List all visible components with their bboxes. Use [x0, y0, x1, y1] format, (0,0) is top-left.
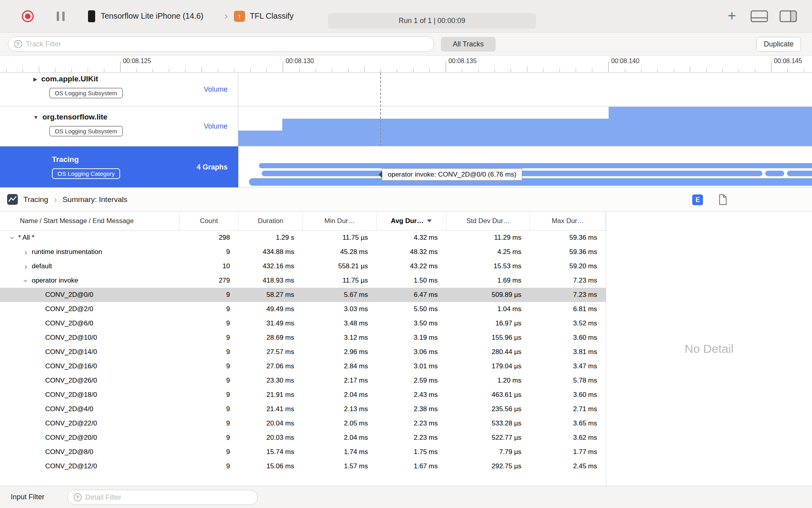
- table-row[interactable]: › operator invoke 279 418.93 ms 11.75 µs…: [0, 273, 606, 288]
- row-name: runtime instrumentation: [32, 248, 102, 256]
- table-row[interactable]: CONV_2D@8/0 9 15.74 ms 1.74 ms 1.75 ms 7…: [0, 445, 606, 459]
- all-tracks-button[interactable]: All Tracks: [441, 37, 496, 52]
- cell-avg-duration: 1.67 ms: [377, 459, 446, 473]
- table-row[interactable]: CONV_2D@16/0 9 27.06 ms 2.84 ms 3.01 ms …: [0, 359, 606, 373]
- breadcrumb-instrument[interactable]: Tracing: [23, 195, 48, 204]
- interval-bar: [787, 171, 812, 176]
- disclosure-chevron-icon[interactable]: ›: [21, 262, 31, 271]
- ruler-label: 00:08.145: [774, 58, 802, 65]
- table-row[interactable]: › default 10 432.16 ms 558.21 µs 43.22 m…: [0, 259, 606, 273]
- ruler-tick: [543, 69, 544, 72]
- table-row[interactable]: › * All * 298 1.29 s 11.75 µs 4.32 ms 11…: [0, 231, 606, 245]
- ruler-tick: [511, 69, 511, 72]
- ruler-tick: [625, 69, 625, 72]
- disclosure-chevron-icon[interactable]: ›: [21, 275, 31, 286]
- column-header-duration[interactable]: Duration: [239, 212, 303, 230]
- cell-avg-duration: 3.50 ms: [377, 316, 446, 331]
- track-header-tracing[interactable]: Tracing OS Logging Category 4 Graphs: [0, 146, 238, 187]
- cell-count: 9: [180, 373, 239, 388]
- table-row[interactable]: CONV_2D@14/0 9 27.57 ms 2.96 ms 3.06 ms …: [0, 345, 606, 359]
- track-row-uikit: ▶ com.apple.UIKit OS Logging Subsystem V…: [0, 73, 812, 106]
- table-row[interactable]: CONV_2D@18/0 9 21.91 ms 2.04 ms 2.43 ms …: [0, 388, 606, 402]
- disclosure-chevron-icon[interactable]: ›: [8, 233, 17, 243]
- cell-count: 298: [180, 231, 239, 245]
- ruler-tick: [316, 69, 316, 72]
- table-row[interactable]: CONV_2D@0/0 9 58.27 ms 5.67 ms 6.47 ms 5…: [0, 288, 606, 302]
- cell-avg-duration: 2.23 ms: [377, 431, 446, 445]
- playhead-line[interactable]: [380, 73, 381, 146]
- column-header-stddev[interactable]: Std Dev Dur…: [446, 212, 530, 230]
- column-header-max[interactable]: Max Dur…: [530, 212, 606, 230]
- ruler-tick: [397, 69, 397, 72]
- ruler-tick: [250, 69, 251, 72]
- detail-filter-input[interactable]: [85, 493, 252, 502]
- input-filter-button[interactable]: Input Filter: [11, 493, 44, 501]
- ruler-tick: [153, 69, 153, 72]
- filter-icon: [73, 493, 82, 502]
- disclosure-chevron-icon[interactable]: ›: [21, 248, 31, 257]
- cell-max-duration: 59.20 ms: [530, 259, 606, 273]
- row-name: CONV_2D@0/0: [45, 291, 93, 299]
- cell-min-duration: 2.84 ms: [303, 359, 377, 373]
- intervals-table-header: Name / Start Message / End Message Count…: [0, 212, 606, 231]
- target-app-icon: ↑: [234, 11, 245, 22]
- column-header-min[interactable]: Min Dur…: [303, 212, 377, 230]
- timeline-ruler[interactable]: 00:08.12500:08.13000:08.13500:08.14000:0…: [0, 56, 812, 73]
- extended-detail-button[interactable]: E: [692, 194, 703, 205]
- ruler-tick: [332, 69, 332, 72]
- column-header-avg[interactable]: Avg Dur…: [377, 212, 446, 230]
- disclosure-triangle-icon[interactable]: ▶: [33, 76, 37, 82]
- track-graph-tensorflow[interactable]: [238, 106, 812, 146]
- duplicate-button[interactable]: Duplicate: [756, 37, 801, 52]
- table-row[interactable]: CONV_2D@6/0 9 31.49 ms 3.48 ms 3.50 ms 1…: [0, 316, 606, 331]
- target-app-selector[interactable]: TFL Classify: [250, 12, 293, 21]
- cell-duration: 21.41 ms: [239, 402, 303, 416]
- cell-min-duration: 11.75 µs: [303, 273, 377, 288]
- toggle-right-pane-button[interactable]: [779, 10, 797, 24]
- track-graph-tracing[interactable]: operator invoke: CONV_2D@0/0 (6.76 ms): [238, 146, 812, 187]
- cell-count: 10: [180, 259, 239, 273]
- detail-breadcrumb-bar: Tracing › Summary: Intervals E: [0, 188, 812, 212]
- instruments-window: Tensorflow Lite iPhone (14.6) › ↑ TFL Cl…: [0, 0, 812, 508]
- table-row[interactable]: CONV_2D@22/0 9 20.04 ms 2.05 ms 2.23 ms …: [0, 416, 606, 431]
- pause-button[interactable]: [57, 12, 65, 21]
- ruler-tick: [592, 69, 592, 72]
- document-icon[interactable]: [718, 194, 727, 207]
- row-name: operator invoke: [32, 277, 78, 285]
- disclosure-triangle-icon[interactable]: ▼: [33, 114, 38, 120]
- table-row[interactable]: CONV_2D@4/0 9 21.41 ms 2.13 ms 2.38 ms 2…: [0, 402, 606, 416]
- intervals-table-body: › * All * 298 1.29 s 11.75 µs 4.32 ms 11…: [0, 231, 606, 486]
- table-row[interactable]: CONV_2D@12/0 9 15.06 ms 1.57 ms 1.67 ms …: [0, 459, 606, 473]
- cell-min-duration: 3.12 ms: [303, 331, 377, 345]
- cell-duration: 20.03 ms: [239, 431, 303, 445]
- table-row[interactable]: CONV_2D@2/0 9 49.49 ms 3.03 ms 5.50 ms 1…: [0, 302, 606, 316]
- cell-min-duration: 11.75 µs: [303, 231, 377, 245]
- breadcrumb-page[interactable]: Summary: Intervals: [63, 195, 128, 204]
- track-filter-field[interactable]: [8, 37, 434, 52]
- cell-max-duration: 59.36 ms: [530, 245, 606, 259]
- track-filter-input[interactable]: [26, 40, 428, 48]
- cell-min-duration: 5.67 ms: [303, 288, 377, 302]
- table-row[interactable]: CONV_2D@20/0 9 20.03 ms 2.04 ms 2.23 ms …: [0, 431, 606, 445]
- interval-bar: [259, 163, 812, 168]
- track-header-uikit[interactable]: ▶ com.apple.UIKit OS Logging Subsystem V…: [0, 73, 238, 106]
- record-button[interactable]: [22, 10, 34, 22]
- toggle-bottom-pane-button[interactable]: [751, 10, 768, 24]
- device-selector[interactable]: Tensorflow Lite iPhone (14.6): [101, 12, 203, 21]
- cell-stddev-duration: 1.69 ms: [446, 273, 530, 288]
- table-row[interactable]: CONV_2D@26/0 9 23.30 ms 2.17 ms 2.59 ms …: [0, 373, 606, 388]
- cell-avg-duration: 1.75 ms: [377, 445, 446, 459]
- column-header-name[interactable]: Name / Start Message / End Message: [0, 212, 180, 230]
- table-row[interactable]: › runtime instrumentation 9 434.88 ms 45…: [0, 245, 606, 259]
- ruler-tick: [283, 62, 283, 72]
- table-row[interactable]: CONV_2D@10/0 9 28.69 ms 3.12 ms 3.19 ms …: [0, 331, 606, 345]
- column-header-count[interactable]: Count: [180, 212, 239, 230]
- ruler-tick: [446, 62, 446, 72]
- detail-filter-field[interactable]: [67, 490, 258, 505]
- track-header-tensorflow[interactable]: ▼ org.tensorflow.lite OS Logging Subsyst…: [0, 106, 238, 146]
- ruler-tick: [120, 62, 121, 72]
- add-instrument-button[interactable]: +: [725, 8, 739, 24]
- track-graph-uikit[interactable]: [238, 73, 812, 106]
- cell-count: 9: [180, 359, 239, 373]
- cell-min-duration: 3.48 ms: [303, 316, 377, 331]
